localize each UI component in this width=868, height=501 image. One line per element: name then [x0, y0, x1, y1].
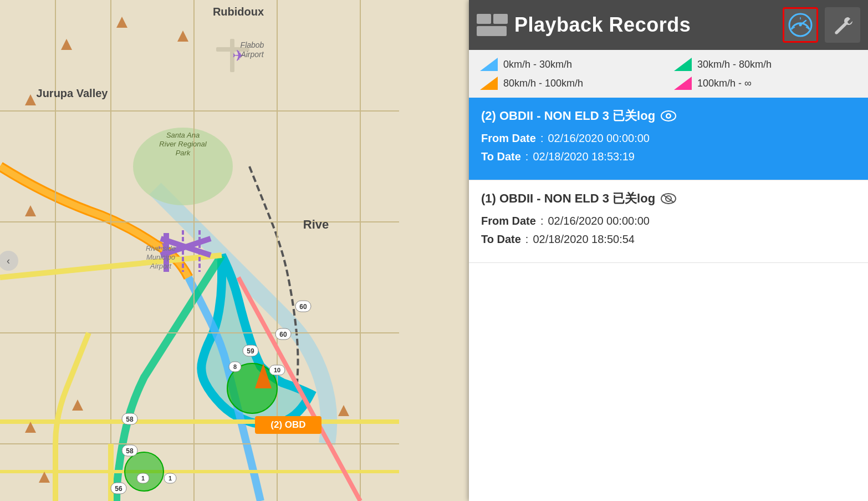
wrench-button[interactable] [825, 7, 860, 43]
record-item-1[interactable]: (1) OBDII - NON ELD 3 已关log From Date : … [469, 180, 868, 263]
svg-point-72 [799, 24, 802, 27]
svg-text:Municipo: Municipo [146, 253, 175, 261]
svg-text:1: 1 [141, 475, 145, 482]
panel-header-icon [477, 14, 508, 36]
legend-color-0 [480, 58, 498, 71]
record-from-date-2: 02/16/2020 00:00:00 [548, 132, 650, 145]
svg-rect-0 [0, 0, 471, 501]
svg-point-33 [125, 452, 164, 491]
legend-item-3: 100km/h - ∞ [674, 77, 857, 90]
svg-text:8: 8 [233, 363, 237, 370]
record-to-date-2: 02/18/2020 18:53:19 [533, 150, 635, 163]
record-title-2: (2) OBDII - NON ELD 3 已关log [481, 108, 655, 124]
panel-icon-top-left [477, 14, 491, 24]
svg-text:Flabob: Flabob [241, 41, 264, 49]
record-title-row-1: (1) OBDII - NON ELD 3 已关log [481, 190, 856, 207]
speedometer-icon [788, 13, 813, 37]
svg-text:Rive-side: Rive-side [146, 244, 176, 252]
record-to-date-1: 02/18/2020 18:50:54 [533, 233, 635, 246]
svg-point-1 [133, 128, 233, 205]
svg-text:60: 60 [279, 331, 287, 338]
record-to-label-2: To Date [481, 150, 521, 163]
legend-label-1: 30km/h - 80km/h [697, 59, 772, 70]
svg-text:Airport: Airport [150, 262, 172, 270]
svg-text:58: 58 [126, 447, 134, 455]
playback-panel: Playback Records 0km/h - 30km/h [469, 0, 868, 501]
panel-icon-bottom [477, 26, 507, 36]
speed-legend: 0km/h - 30km/h 30km/h - 80km/h 80km/h - … [469, 50, 868, 98]
svg-text:Airport: Airport [240, 50, 264, 59]
legend-item-2: 80km/h - 100km/h [480, 77, 663, 90]
legend-item-0: 0km/h - 30km/h [480, 58, 663, 71]
record-to-value-2: : [525, 150, 529, 163]
legend-label-2: 80km/h - 100km/h [503, 78, 583, 89]
record-from-value-2: : [540, 132, 544, 145]
svg-text:River Regional: River Regional [159, 140, 207, 148]
svg-text:10: 10 [274, 367, 280, 373]
record-to-label-1: To Date [481, 233, 521, 246]
record-from-date-1: 02/16/2020 00:00:00 [548, 215, 650, 227]
record-item-2[interactable]: (2) OBDII - NON ELD 3 已关log From Date : … [469, 98, 868, 180]
panel-header: Playback Records [469, 0, 868, 50]
map-svg: ✈ ✈ 60 60 59 58 58 56 [0, 0, 471, 501]
svg-text:1: 1 [169, 475, 172, 482]
eye-icon-1[interactable] [661, 193, 676, 204]
svg-text:Park: Park [176, 149, 191, 157]
legend-label-0: 0km/h - 30km/h [503, 59, 572, 70]
record-from-row-2: From Date : 02/16/2020 00:00:00 [481, 132, 856, 145]
svg-text:56: 56 [115, 485, 122, 493]
svg-text:‹: ‹ [7, 255, 10, 266]
svg-point-78 [667, 115, 670, 118]
svg-text:Rive: Rive [303, 217, 329, 231]
eye-icon-2[interactable] [661, 110, 676, 122]
svg-text:Santa Ana: Santa Ana [166, 131, 200, 139]
svg-text:Rubidoux: Rubidoux [213, 6, 264, 18]
legend-color-2 [480, 77, 498, 90]
legend-item-1: 30km/h - 80km/h [674, 58, 857, 71]
speedometer-button[interactable] [783, 7, 818, 43]
record-to-colon-1: : [525, 233, 529, 246]
svg-text:Jurupa Valley: Jurupa Valley [37, 87, 109, 99]
record-to-row-1: To Date : 02/18/2020 18:50:54 [481, 233, 856, 246]
legend-label-3: 100km/h - ∞ [697, 78, 752, 89]
records-list: (2) OBDII - NON ELD 3 已关log From Date : … [469, 98, 868, 501]
legend-color-1 [674, 58, 692, 71]
record-from-label-1: From Date [481, 215, 536, 227]
record-from-colon-1: : [540, 215, 544, 227]
svg-text:58: 58 [126, 416, 134, 423]
svg-text:(2) OBD: (2) OBD [270, 419, 305, 430]
record-to-row-2: To Date : 02/18/2020 18:53:19 [481, 150, 856, 163]
panel-title: Playback Records [514, 13, 776, 37]
record-title-row-2: (2) OBDII - NON ELD 3 已关log [481, 108, 856, 124]
legend-color-3 [674, 77, 692, 90]
wrench-icon [833, 15, 852, 35]
svg-text:60: 60 [299, 303, 307, 311]
record-title-1: (1) OBDII - NON ELD 3 已关log [481, 190, 655, 207]
svg-text:59: 59 [247, 347, 254, 355]
record-from-label-2: From Date [481, 132, 536, 145]
panel-icon-top-right [493, 14, 508, 24]
record-from-row-1: From Date : 02/16/2020 00:00:00 [481, 215, 856, 227]
